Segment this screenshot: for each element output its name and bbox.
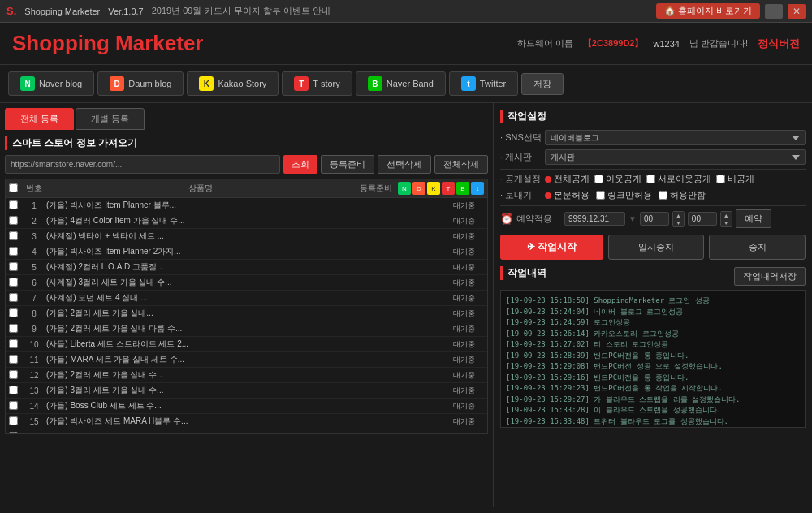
prepare-register-button[interactable]: 등록준비: [321, 155, 374, 174]
send-link-check[interactable]: [596, 191, 605, 200]
row-check-13[interactable]: [9, 401, 18, 410]
table-row[interactable]: 3 (사계절) 넥타이 + 넥타이 세트 ... 대기중: [6, 229, 487, 244]
row-checkbox-10[interactable]: [9, 355, 22, 365]
row-checkbox-9[interactable]: [9, 339, 22, 350]
table-row[interactable]: 9 (가을) 2컬러 세트 가을 실내 다룸 수... 대기중: [6, 321, 487, 337]
row-status-14: 대기중: [443, 416, 484, 427]
row-check-8[interactable]: [9, 324, 18, 333]
board-select[interactable]: 게시판: [545, 149, 806, 165]
row-check-3[interactable]: [9, 247, 18, 256]
tab-naver-blog[interactable]: N Naver blog: [8, 71, 94, 96]
publish-private-option[interactable]: 비공개: [716, 173, 754, 185]
send-deny-option[interactable]: 허용안함: [659, 189, 706, 201]
home-button[interactable]: 🏠 홈페이지 바로가기: [656, 3, 760, 19]
table-row[interactable]: 16 (가을) 4컬러 세트 가을 실내 수... 대기중: [6, 429, 487, 433]
schedule-min-input[interactable]: [688, 212, 717, 226]
table-row[interactable]: 1 (가을) 빅사이즈 Item Planner 블루... 대기중: [6, 198, 487, 213]
license-badge[interactable]: 정식버전: [758, 37, 800, 51]
row-checkbox-4[interactable]: [9, 262, 22, 273]
tab-bulk-register[interactable]: 전체 등록: [5, 108, 74, 130]
publish-mutual-option[interactable]: 서로이웃공개: [646, 173, 711, 185]
row-checkbox-0[interactable]: [9, 200, 22, 211]
row-checkbox-15[interactable]: [9, 432, 22, 434]
row-check-11[interactable]: [9, 370, 18, 379]
row-checkbox-7[interactable]: [9, 308, 22, 319]
table-row[interactable]: 13 (가을) 3컬러 세트 가을 실내 수... 대기중: [6, 383, 487, 399]
publish-mutual-check[interactable]: [646, 175, 655, 183]
publish-private-check[interactable]: [716, 175, 725, 183]
publish-neighbor-option[interactable]: 이웃공개: [594, 173, 641, 185]
close-button[interactable]: ✕: [788, 4, 806, 19]
tab-t-story[interactable]: T T story: [282, 71, 352, 96]
pause-button[interactable]: 일시중지: [608, 235, 705, 260]
min-spinner[interactable]: ▲ ▼: [720, 211, 732, 227]
publish-neighbor-check[interactable]: [594, 175, 603, 183]
delete-selected-button[interactable]: 선택삭제: [378, 155, 431, 174]
row-checkbox-6[interactable]: [9, 293, 22, 304]
delete-all-button[interactable]: 전체삭제: [434, 155, 488, 174]
table-row[interactable]: 2 (가을) 4컬러 Color Item 가을 실내 수... 대기중: [6, 213, 487, 229]
min-down-button[interactable]: ▼: [721, 219, 732, 226]
start-button[interactable]: ✈ 작업시작: [500, 235, 603, 260]
row-check-9[interactable]: [9, 339, 18, 348]
min-up-button[interactable]: ▲: [721, 212, 732, 219]
row-check-15[interactable]: [9, 432, 18, 434]
row-checkbox-5[interactable]: [9, 278, 22, 288]
tab-kakao-story[interactable]: K Kakao Story: [187, 71, 279, 96]
schedule-hour-input[interactable]: [640, 212, 669, 226]
table-row[interactable]: 4 (가을) 빅사이즈 Item Planner 2가지... 대기중: [6, 244, 487, 260]
row-status-6: 대기중: [443, 293, 484, 304]
row-checkbox-3[interactable]: [9, 247, 22, 257]
table-row[interactable]: 8 (가을) 2컬러 세트 가을 실내... 대기중: [6, 306, 487, 321]
row-check-2[interactable]: [9, 231, 18, 240]
row-status-2: 대기중: [443, 231, 484, 242]
table-row[interactable]: 5 (사계절) 2컬러 L.O.A.D 고품질... 대기중: [6, 260, 487, 275]
sns-select[interactable]: 네이버블로그 다음블로그 카카오스토리 티스토리 밴드 트위터: [545, 130, 806, 145]
select-all-checkbox[interactable]: [9, 183, 18, 192]
row-checkbox-1[interactable]: [9, 216, 22, 226]
row-checkbox-13[interactable]: [9, 401, 22, 412]
log-save-button[interactable]: 작업내역저장: [734, 267, 806, 286]
table-row[interactable]: 14 (가들) Boss Club 세트 세트 수... 대기중: [6, 399, 487, 414]
search-button[interactable]: 조회: [283, 155, 317, 174]
log-line: [19-09-23 15:29:27] 가 블라우드 스트랩을 리를 설정했습니…: [506, 394, 800, 406]
stop-button[interactable]: 중지: [709, 235, 806, 260]
table-row[interactable]: 15 (가을) 빅사이즈 세트 MARA H블루 수... 대기중: [6, 414, 487, 429]
row-checkbox-8[interactable]: [9, 324, 22, 334]
schedule-date-input[interactable]: [564, 212, 625, 226]
tab-daum-blog[interactable]: D Daum blog: [97, 71, 184, 96]
schedule-apply-button[interactable]: 예약: [736, 209, 771, 228]
send-deny-check[interactable]: [659, 191, 667, 200]
row-check-10[interactable]: [9, 355, 18, 364]
tab-individual-register[interactable]: 개별 등록: [76, 108, 145, 130]
row-checkbox-12[interactable]: [9, 386, 22, 396]
hour-down-button[interactable]: ▼: [673, 219, 684, 226]
row-check-12[interactable]: [9, 386, 18, 394]
tab-twitter[interactable]: t Twitter: [449, 71, 518, 96]
tab-naver-band[interactable]: B Naver Band: [356, 71, 446, 96]
row-check-14[interactable]: [9, 416, 18, 425]
row-check-5[interactable]: [9, 278, 18, 287]
table-row[interactable]: 12 (가을) 2컬러 세트 가을 실내 수... 대기중: [6, 368, 487, 383]
table-row[interactable]: 6 (사계절) 3컬러 세트 가을 실내 수... 대기중: [6, 275, 487, 291]
send-link-option[interactable]: 링크만허용: [596, 189, 652, 201]
send-content-option[interactable]: 본문허용: [545, 189, 590, 201]
row-check-4[interactable]: [9, 262, 18, 271]
table-row[interactable]: 7 (사계절) 모던 세트 4 실내 ... 대기중: [6, 291, 487, 306]
row-check-1[interactable]: [9, 216, 18, 225]
table-row[interactable]: 10 (사들) Liberta 세트 스트라이드 세트 2... 대기중: [6, 337, 487, 352]
row-checkbox-11[interactable]: [9, 370, 22, 381]
publish-all-option[interactable]: 전체공개: [545, 173, 590, 185]
row-checkbox-14[interactable]: [9, 416, 22, 427]
row-check-0[interactable]: [9, 200, 18, 209]
hour-spinner[interactable]: ▲ ▼: [672, 211, 685, 227]
row-checkbox-2[interactable]: [9, 231, 22, 242]
save-button[interactable]: 저장: [521, 73, 564, 95]
hour-up-button[interactable]: ▲: [673, 212, 684, 219]
table-row[interactable]: 11 (가들) MARA 세트 가을 실내 세트 수... 대기중: [6, 352, 487, 368]
row-check-6[interactable]: [9, 293, 18, 302]
smart-store-url-input[interactable]: [5, 155, 280, 174]
minimize-button[interactable]: －: [765, 4, 783, 19]
board-label: 게시판: [500, 151, 545, 163]
row-check-7[interactable]: [9, 308, 18, 317]
